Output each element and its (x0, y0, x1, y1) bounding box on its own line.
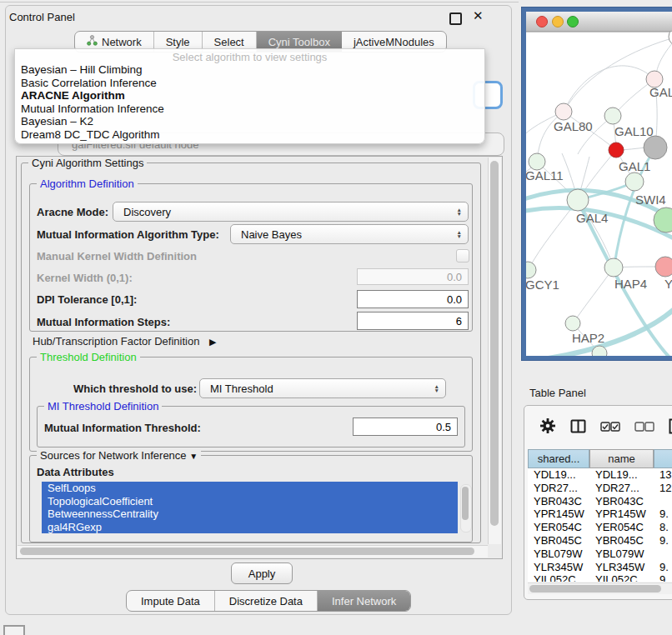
attribute-list-item[interactable]: TopologicalCoefficient (42, 495, 458, 508)
aracne-mode-select[interactable]: Discovery ▲▼ (113, 202, 469, 222)
node-gal11[interactable] (529, 153, 545, 170)
algorithm-option[interactable]: Mutual Information Inference (15, 102, 484, 116)
node-label: GCY1 (525, 278, 559, 292)
gear-icon[interactable] (539, 418, 556, 438)
settings-horizontal-scrollbar[interactable] (18, 545, 488, 558)
checked-columns-icon[interactable] (600, 420, 620, 435)
dpi-tolerance-label: DPI Tolerance [0,1]: (37, 293, 137, 306)
table-body: YDL19...YDL19...13YDR27...YDR27...12YBR0… (528, 468, 672, 582)
table-cell: YLR345W (589, 561, 654, 574)
table-cell: YDL19... (589, 468, 654, 482)
table-row[interactable]: YBR045CYBR045C9. (528, 534, 672, 548)
table-row[interactable]: YIL052CYIL052C9 (528, 573, 672, 582)
algorithm-dropdown-placeholder: Select algorithm to view settings (15, 51, 484, 63)
table-cell: YER054C (528, 521, 589, 534)
node-red[interactable] (609, 142, 624, 158)
table-cell (654, 495, 672, 508)
traffic-minimize-button[interactable] (553, 17, 564, 28)
table-horizontal-scrollbar[interactable] (528, 582, 672, 594)
column-header-name[interactable]: name (589, 449, 654, 468)
mi-steps-input[interactable]: 6 (357, 312, 469, 330)
algorithm-option[interactable]: Bayesian – Hill Climbing (15, 63, 484, 77)
traffic-zoom-button[interactable] (568, 17, 579, 28)
algorithm-option[interactable]: Dream8 DC_TDC Algorithm (15, 128, 484, 142)
tab-impute-data[interactable]: Impute Data (127, 591, 215, 611)
node-gal80[interactable] (555, 103, 572, 120)
table-cell: YBR043C (589, 495, 654, 508)
cyni-algorithm-settings-group: Cyni Algorithm Settings Algorithm Defini… (21, 162, 481, 543)
table-cell: YER054C (589, 521, 654, 534)
aracne-mode-label: Aracne Mode: (37, 206, 108, 218)
node-label: GAL (649, 85, 672, 99)
node-label: GAL10 (614, 124, 654, 138)
attribute-list-item[interactable]: BetweennessCentrality (42, 508, 458, 521)
table-panel-title: Table Panel (529, 387, 586, 399)
node-gray[interactable] (644, 136, 667, 159)
table-row[interactable]: YBL079WYBL079W (528, 548, 672, 561)
spinner-arrows-icon: ▲▼ (434, 379, 439, 398)
algorithm-definition-title: Algorithm Definition (37, 178, 138, 190)
algorithm-option[interactable]: Basic Correlation Inference (15, 77, 484, 90)
table-cell: YDL19... (528, 468, 589, 482)
column-header-partial[interactable] (654, 449, 672, 468)
table-cell: YIL052C (589, 573, 654, 582)
table-cell: YPR145W (528, 508, 589, 521)
tab-discretize-data[interactable]: Discretize Data (215, 591, 318, 611)
algorithm-definition-group: Algorithm Definition Aracne Mode: Discov… (29, 183, 473, 332)
table-row[interactable]: YLR345WYLR345W9. (528, 561, 672, 574)
node-hap4[interactable] (604, 258, 623, 277)
attribute-list-item[interactable]: SelfLoops (42, 482, 458, 495)
table-row[interactable]: YER054CYER054C8. (528, 521, 672, 534)
dpi-tolerance-input[interactable]: 0.0 (357, 290, 469, 308)
algorithm-option[interactable]: ARACNE Algorithm (15, 89, 484, 102)
apply-button[interactable]: Apply (231, 562, 293, 584)
mi-threshold-input[interactable]: 0.5 (353, 418, 458, 436)
node-pink[interactable] (655, 257, 672, 277)
table-cell: YBR045C (589, 534, 654, 548)
table-row[interactable]: YDL19...YDL19...13 (528, 468, 672, 482)
document-icon[interactable] (669, 418, 672, 438)
column-header-shared-name[interactable]: shared... (528, 449, 589, 468)
node-gal1[interactable] (625, 172, 644, 191)
algorithm-option[interactable]: Bayesian – K2 (15, 115, 484, 128)
node-gal4[interactable] (567, 189, 589, 211)
manual-kernel-checkbox[interactable] (456, 249, 469, 262)
hub-definition-toggle[interactable]: Hub/Transcription Factor Definition ▶ (33, 335, 216, 348)
table-row[interactable]: YPR145WYPR145W9. (528, 508, 672, 521)
mi-threshold-label: Mutual Information Threshold: (44, 422, 201, 434)
node-gal10[interactable] (604, 108, 621, 124)
node-label: SWI4 (635, 192, 666, 207)
table-cell: YLR345W (528, 561, 589, 574)
settings-vertical-scrollbar[interactable] (488, 158, 501, 544)
attribute-list-item[interactable]: gal4RGexp (42, 521, 458, 534)
kernel-width-input[interactable]: 0.0 (357, 268, 469, 285)
attributes-scrollbar[interactable] (460, 484, 472, 532)
control-panel-title: Control Panel (9, 11, 75, 23)
table-header: shared... name (528, 449, 672, 468)
kernel-width-label: Kernel Width (0,1): (37, 272, 133, 284)
network-window-titlebar[interactable] (526, 12, 672, 32)
tab-network-label: Network (102, 36, 142, 48)
float-window-icon[interactable] (449, 12, 462, 25)
sources-title[interactable]: Sources for Network Inference ▼ (37, 449, 201, 462)
window-top-edge (0, 2, 519, 2)
table-cell: YDR27... (528, 482, 589, 495)
tab-infer-network[interactable]: Infer Network (318, 591, 410, 611)
mi-type-label: Mutual Information Algorithm Type: (37, 228, 219, 241)
node-label: GAL4 (576, 211, 608, 225)
table-cell: 9 (654, 573, 672, 582)
columns-icon[interactable] (570, 419, 586, 437)
table-row[interactable]: YDR27...YDR27...12 (528, 482, 672, 495)
data-attributes-label: Data Attributes (37, 466, 114, 478)
unchecked-columns-icon[interactable] (634, 420, 654, 435)
node-hap2[interactable] (565, 316, 580, 331)
close-icon[interactable]: ✕ (473, 8, 484, 23)
which-threshold-select[interactable]: MI Threshold ▲▼ (199, 378, 446, 398)
table-cell: 13 (654, 468, 672, 482)
traffic-close-button[interactable] (537, 17, 548, 28)
table-row[interactable]: YBR043CYBR043C (528, 495, 672, 508)
mi-type-select[interactable]: Naive Bayes ▲▼ (230, 224, 469, 244)
minimized-panel-chip[interactable] (3, 625, 25, 635)
node-label: Y (664, 277, 672, 291)
node-label: GAL11 (525, 168, 564, 182)
